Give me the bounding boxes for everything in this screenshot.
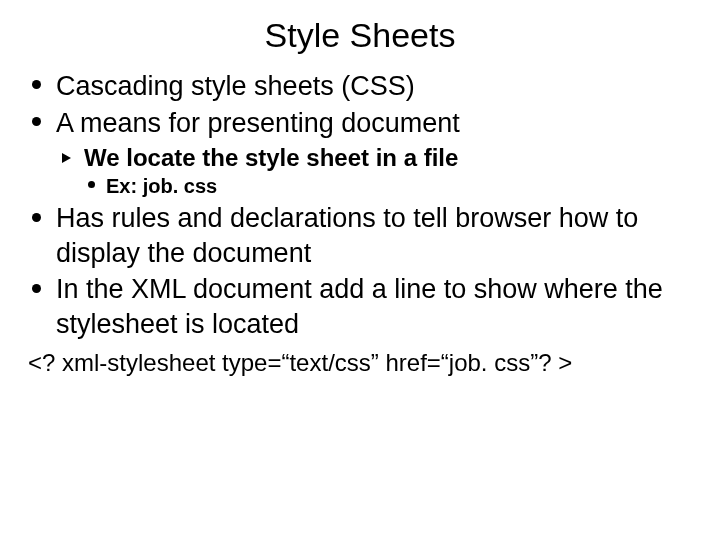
bullet-text: Has rules and declarations to tell brows… <box>56 203 638 268</box>
bullet-text: In the XML document add a line to show w… <box>56 274 663 339</box>
bullet-text: Cascading style sheets (CSS) <box>56 71 415 101</box>
bullet-item: Cascading style sheets (CSS) <box>22 69 698 104</box>
subsub-bullet-text: Ex: job. css <box>106 175 217 197</box>
slide: Style Sheets Cascading style sheets (CSS… <box>0 0 720 540</box>
slide-title: Style Sheets <box>22 16 698 55</box>
bullet-text: A means for presenting document <box>56 108 460 138</box>
sub-bullet-item: We locate the style sheet in a file Ex: … <box>56 142 698 199</box>
subsub-list: Ex: job. css <box>84 173 698 199</box>
sub-list: We locate the style sheet in a file Ex: … <box>56 142 698 199</box>
bullet-item: A means for presenting document We locat… <box>22 106 698 200</box>
bullet-list: Cascading style sheets (CSS) A means for… <box>22 69 698 341</box>
bullet-item: Has rules and declarations to tell brows… <box>22 201 698 270</box>
sub-bullet-text: We locate the style sheet in a file <box>84 144 458 171</box>
code-line: <? xml-stylesheet type=“text/css” href=“… <box>28 349 698 377</box>
bullet-item: In the XML document add a line to show w… <box>22 272 698 341</box>
subsub-bullet-item: Ex: job. css <box>84 173 698 199</box>
